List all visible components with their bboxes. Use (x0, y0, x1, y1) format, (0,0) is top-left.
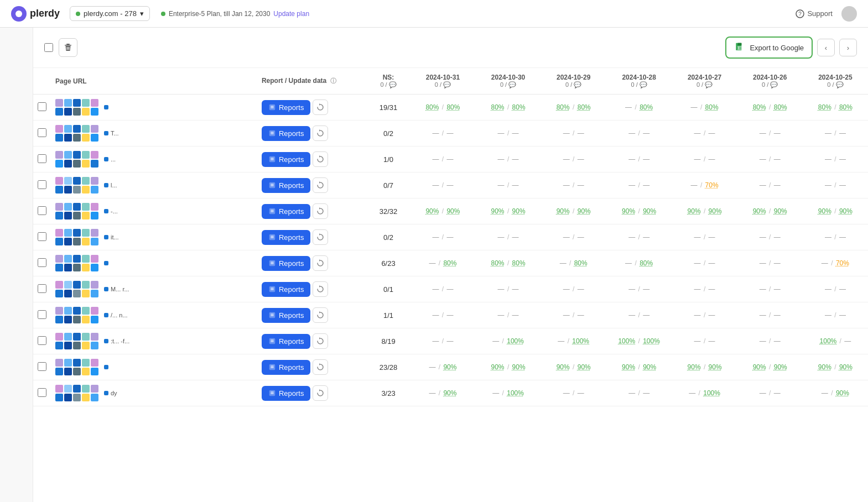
delete-button[interactable] (59, 38, 77, 57)
percent-link[interactable]: 90% (839, 207, 853, 215)
percent-link[interactable]: 100% (703, 389, 720, 397)
percent-link[interactable]: 100% (507, 337, 524, 345)
percent-link[interactable]: 80% (640, 259, 653, 267)
percent-link[interactable]: 90% (753, 207, 766, 215)
percent-link[interactable]: 80% (640, 103, 653, 111)
percent-link[interactable]: 100% (643, 337, 660, 345)
percent-link[interactable]: 90% (557, 363, 570, 371)
refresh-button[interactable] (313, 177, 328, 193)
select-all-checkbox[interactable] (44, 43, 53, 52)
percent-link[interactable]: 90% (622, 363, 635, 371)
percent-link[interactable]: 80% (446, 103, 460, 111)
percent-link[interactable]: 90% (818, 207, 831, 215)
refresh-button[interactable] (313, 203, 328, 219)
percent-link[interactable]: 80% (491, 259, 505, 267)
percent-link[interactable]: 90% (425, 207, 439, 215)
export-google-button[interactable]: Export to Google (725, 36, 813, 59)
row-checkbox[interactable] (38, 232, 46, 241)
percent-link[interactable]: 80% (443, 259, 456, 267)
refresh-button[interactable] (313, 151, 328, 167)
percent-link[interactable]: 80% (491, 103, 505, 111)
report-button[interactable]: Reports (262, 126, 311, 141)
report-button[interactable]: Reports (262, 360, 311, 375)
percent-link[interactable]: 80% (753, 103, 766, 111)
percent-link[interactable]: 80% (557, 103, 570, 111)
refresh-button[interactable] (313, 333, 328, 349)
logo[interactable]: plerdy (11, 6, 60, 22)
info-icon[interactable]: ⓘ (330, 77, 336, 84)
row-checkbox[interactable] (38, 336, 46, 345)
refresh-button[interactable] (313, 359, 328, 375)
percent-link[interactable]: 90% (512, 207, 526, 215)
percent-link[interactable]: 90% (774, 207, 787, 215)
report-button[interactable]: Reports (262, 204, 311, 219)
row-checkbox[interactable] (38, 284, 46, 293)
percent-link[interactable]: 90% (557, 207, 570, 215)
percent-link[interactable]: 90% (818, 363, 831, 371)
row-checkbox[interactable] (38, 102, 46, 111)
percent-link[interactable]: 90% (839, 363, 853, 371)
refresh-button[interactable] (313, 281, 328, 297)
update-plan-link[interactable]: Update plan (273, 10, 309, 18)
percent-link[interactable]: 90% (836, 389, 849, 397)
percent-link[interactable]: 90% (446, 207, 460, 215)
percent-link[interactable]: 80% (705, 103, 719, 111)
report-button[interactable]: Reports (262, 100, 311, 115)
refresh-button[interactable] (313, 125, 328, 141)
row-checkbox[interactable] (38, 362, 46, 371)
next-button[interactable]: › (839, 39, 857, 56)
percent-link[interactable]: 70% (836, 259, 849, 267)
percent-link[interactable]: 80% (425, 103, 439, 111)
report-button[interactable]: Reports (262, 256, 311, 271)
percent-link[interactable]: 80% (578, 103, 591, 111)
row-checkbox[interactable] (38, 154, 46, 163)
percent-link[interactable]: 100% (820, 337, 837, 345)
percent-link[interactable]: 90% (643, 207, 656, 215)
prev-button[interactable]: ‹ (817, 39, 835, 56)
user-avatar[interactable] (841, 6, 857, 22)
row-checkbox[interactable] (38, 310, 46, 319)
percent-link[interactable]: 90% (578, 207, 591, 215)
report-button[interactable]: Reports (262, 386, 311, 401)
percent-link[interactable]: 90% (688, 363, 701, 371)
percent-link[interactable]: 80% (818, 103, 831, 111)
report-button[interactable]: Reports (262, 308, 311, 323)
percent-link[interactable]: 90% (443, 389, 456, 397)
row-checkbox[interactable] (38, 180, 46, 189)
percent-link[interactable]: 90% (443, 363, 456, 371)
percent-link[interactable]: 90% (491, 363, 505, 371)
percent-link[interactable]: 90% (774, 363, 787, 371)
percent-link[interactable]: 90% (709, 363, 722, 371)
report-button[interactable]: Reports (262, 178, 311, 193)
report-button[interactable]: Reports (262, 282, 311, 297)
row-checkbox[interactable] (38, 258, 46, 267)
percent-link[interactable]: 90% (753, 363, 766, 371)
percent-link[interactable]: 100% (618, 337, 635, 345)
percent-link[interactable]: 90% (643, 363, 656, 371)
percent-link[interactable]: 80% (512, 103, 526, 111)
percent-link[interactable]: 90% (512, 363, 526, 371)
percent-link[interactable]: 90% (688, 207, 701, 215)
percent-link[interactable]: 80% (774, 103, 787, 111)
support-button[interactable]: ? Support (796, 9, 833, 18)
percent-link[interactable]: 90% (491, 207, 505, 215)
report-button[interactable]: Reports (262, 152, 311, 167)
row-checkbox[interactable] (38, 206, 46, 215)
refresh-button[interactable] (313, 385, 328, 401)
percent-link[interactable]: 80% (512, 259, 526, 267)
refresh-button[interactable] (313, 307, 328, 323)
percent-link[interactable]: 80% (574, 259, 588, 267)
percent-link[interactable]: 80% (839, 103, 853, 111)
report-button[interactable]: Reports (262, 230, 311, 245)
report-button[interactable]: Reports (262, 334, 311, 349)
row-checkbox[interactable] (38, 128, 46, 137)
percent-link[interactable]: 90% (622, 207, 635, 215)
percent-link[interactable]: 90% (578, 363, 591, 371)
percent-link[interactable]: 100% (572, 337, 589, 345)
site-selector[interactable]: plerdy.com - 278 ▾ (70, 6, 150, 21)
refresh-button[interactable] (313, 100, 328, 115)
refresh-button[interactable] (313, 229, 328, 245)
refresh-button[interactable] (313, 255, 328, 271)
percent-link[interactable]: 70% (705, 181, 719, 189)
row-checkbox[interactable] (38, 388, 46, 397)
